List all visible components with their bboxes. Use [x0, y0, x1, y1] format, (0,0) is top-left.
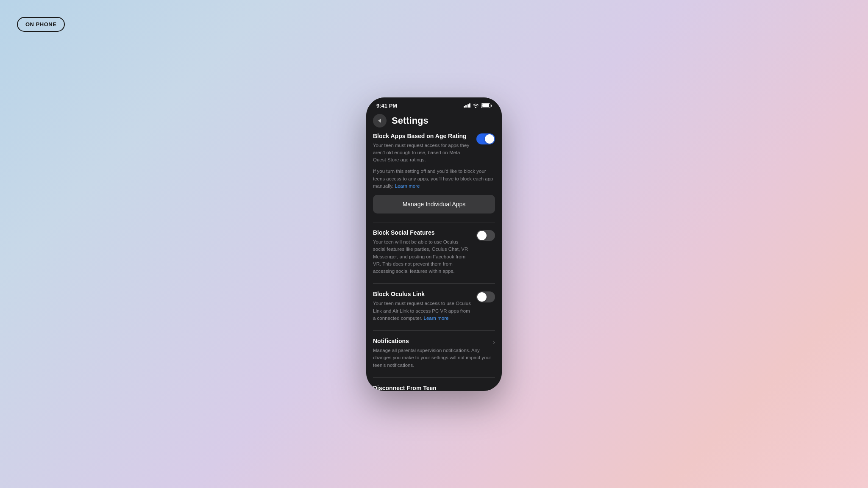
back-arrow-icon	[378, 119, 381, 123]
divider-2	[373, 283, 495, 284]
block-age-rating-title: Block Apps Based on Age Rating	[373, 133, 471, 139]
block-oculus-section: Block Oculus Link Your teen must request…	[373, 291, 495, 322]
status-time: 9:41 PM	[376, 103, 397, 109]
phone-frame: 9:41 PM Settings	[366, 97, 502, 391]
status-bar: 9:41 PM	[366, 97, 502, 111]
learn-more-link-2[interactable]: Learn more	[424, 316, 449, 321]
notifications-desc: Manage all parental supervision notifica…	[373, 347, 493, 369]
block-social-section: Block Social Features Your teen will not…	[373, 229, 495, 275]
back-button[interactable]	[373, 114, 387, 128]
header: Settings	[366, 111, 502, 133]
block-social-desc: Your teen will not be able to use Oculus…	[373, 238, 471, 275]
disconnect-title: Disconnect From Teen	[373, 385, 493, 391]
block-age-rating-desc: Your teen must request access for apps t…	[373, 142, 471, 164]
notifications-title: Notifications	[373, 338, 493, 344]
page-title: Settings	[392, 115, 428, 126]
wifi-icon	[473, 103, 479, 108]
block-oculus-title: Block Oculus Link	[373, 291, 471, 297]
disconnect-section[interactable]: Disconnect From Teen Permanently disconn…	[373, 385, 495, 391]
divider-4	[373, 377, 495, 378]
block-oculus-desc: Your teen must request access to use Ocu…	[373, 300, 471, 322]
notifications-chevron-icon: ›	[493, 338, 495, 346]
block-social-title: Block Social Features	[373, 229, 471, 236]
block-age-rating-toggle[interactable]	[476, 133, 495, 144]
block-age-rating-desc2: If you turn this setting off and you'd l…	[373, 168, 495, 190]
disconnect-chevron-icon: ›	[493, 385, 495, 391]
block-age-rating-section: Block Apps Based on Age Rating Your teen…	[373, 133, 495, 214]
divider-1	[373, 222, 495, 222]
learn-more-link-1[interactable]: Learn more	[395, 183, 420, 189]
status-icons	[464, 103, 492, 108]
notifications-section[interactable]: Notifications Manage all parental superv…	[373, 338, 495, 369]
battery-icon	[481, 103, 492, 108]
content-scroll[interactable]: Block Apps Based on Age Rating Your teen…	[366, 133, 502, 391]
block-social-toggle[interactable]	[476, 230, 495, 241]
signal-icon	[464, 103, 471, 108]
on-phone-badge: ON PHONE	[17, 17, 65, 32]
block-oculus-toggle[interactable]	[476, 291, 495, 302]
divider-3	[373, 330, 495, 331]
manage-individual-apps-button[interactable]: Manage Individual Apps	[373, 195, 495, 214]
